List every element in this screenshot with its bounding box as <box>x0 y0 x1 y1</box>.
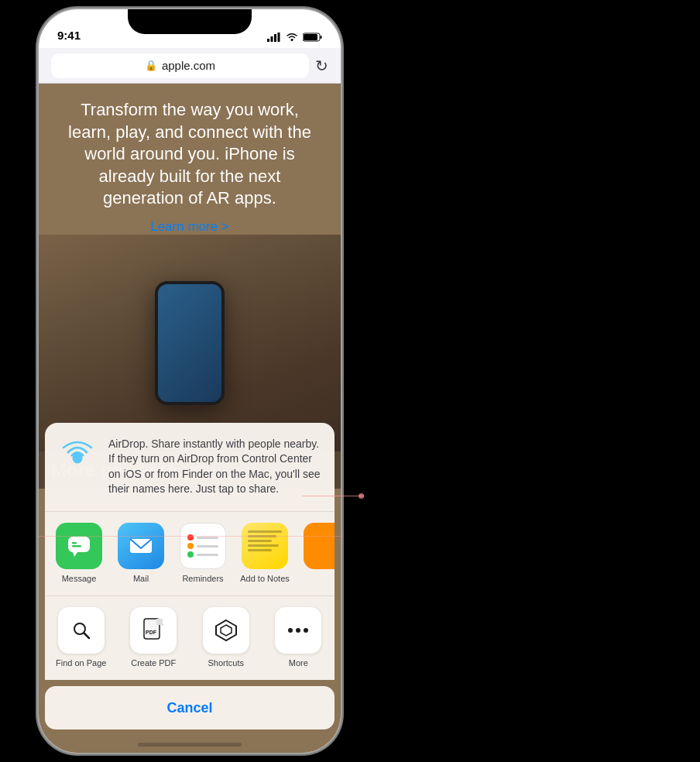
signal-icon <box>267 33 281 42</box>
status-time: 9:41 <box>57 29 81 42</box>
home-indicator <box>138 743 242 747</box>
actions-row: Find on Page PDF Create PDF <box>45 596 335 680</box>
more-icon <box>275 607 321 654</box>
create-pdf-label: Create PDF <box>131 658 176 668</box>
messages-label: Message <box>62 574 97 583</box>
app-item-reminders[interactable]: Reminders <box>175 523 231 583</box>
action-more[interactable]: More <box>267 607 329 668</box>
airdrop-banner: AirDrop. Share instantly with people nea… <box>45 423 335 512</box>
notes-label: Add to Notes <box>240 574 290 583</box>
annotation-area <box>39 536 341 537</box>
svg-marker-11 <box>73 552 77 557</box>
svg-rect-18 <box>156 619 163 625</box>
svg-line-16 <box>84 633 89 639</box>
svg-rect-10 <box>68 537 90 552</box>
create-pdf-icon: PDF <box>130 607 177 654</box>
notch <box>128 9 252 34</box>
messages-icon <box>56 523 102 569</box>
status-icons <box>267 33 322 42</box>
cancel-button[interactable]: Cancel <box>45 686 335 729</box>
phone-frame: 9:41 <box>39 9 341 753</box>
action-shortcuts[interactable]: Shortcuts <box>195 607 257 668</box>
svg-point-9 <box>74 455 81 462</box>
svg-rect-12 <box>72 542 77 544</box>
learn-more-link[interactable]: Learn more > <box>57 219 322 235</box>
svg-point-4 <box>291 39 293 41</box>
url-bar[interactable]: 🔒 apple.com <box>51 53 309 78</box>
airdrop-description: AirDrop. Share instantly with people nea… <box>108 437 322 497</box>
inner-phone-screen <box>158 284 221 402</box>
lock-icon: 🔒 <box>145 60 157 71</box>
more-label: More <box>289 658 308 668</box>
url-text: apple.com <box>162 59 215 72</box>
inner-phone <box>155 281 225 405</box>
svg-rect-6 <box>304 34 317 40</box>
svg-rect-1 <box>271 36 273 42</box>
page-image-area <box>39 235 341 451</box>
mail-label: Mail <box>133 574 149 583</box>
svg-rect-3 <box>278 33 280 42</box>
svg-rect-13 <box>72 545 81 547</box>
find-on-page-icon <box>58 607 105 654</box>
svg-marker-20 <box>216 620 236 640</box>
app-item-messages[interactable]: Message <box>51 523 107 583</box>
svg-point-22 <box>288 628 293 633</box>
airdrop-icon <box>57 437 98 477</box>
svg-text:PDF: PDF <box>146 630 157 635</box>
page-headline: Transform the way you work, learn, play,… <box>57 99 322 210</box>
external-annotation-line <box>302 496 364 496</box>
page-text-area: Transform the way you work, learn, play,… <box>39 84 341 235</box>
reminders-icon <box>180 523 226 569</box>
action-find-on-page[interactable]: Find on Page <box>50 607 112 668</box>
cancel-area: Cancel <box>45 686 335 729</box>
browser-bar: 🔒 apple.com ↻ <box>39 48 341 84</box>
reminders-label: Reminders <box>182 574 223 583</box>
reload-button[interactable]: ↻ <box>315 57 328 75</box>
app-item-mail[interactable]: Mail <box>113 523 169 583</box>
app-item-partial <box>299 523 335 569</box>
shortcuts-icon <box>203 607 249 654</box>
svg-rect-2 <box>274 34 276 42</box>
svg-point-23 <box>296 628 300 633</box>
svg-rect-0 <box>267 39 269 42</box>
shortcuts-label: Shortcuts <box>208 658 244 668</box>
notes-icon <box>242 523 288 569</box>
battery-icon <box>303 33 322 42</box>
apps-row: Message Mail <box>45 512 335 596</box>
mail-icon <box>118 523 164 569</box>
share-sheet: AirDrop. Share instantly with people nea… <box>39 423 341 753</box>
wifi-icon <box>286 33 298 42</box>
svg-marker-21 <box>221 625 232 636</box>
app-item-notes[interactable]: Add to Notes <box>237 523 293 583</box>
svg-rect-7 <box>321 36 322 39</box>
action-create-pdf[interactable]: PDF Create PDF <box>122 607 184 668</box>
svg-point-24 <box>304 628 308 633</box>
find-on-page-label: Find on Page <box>56 658 106 668</box>
